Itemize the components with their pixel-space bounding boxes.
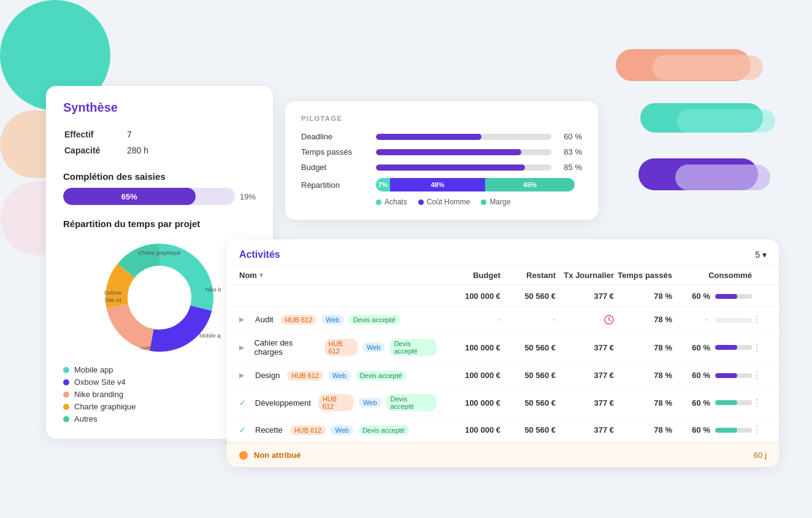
table-row: ▶ Design HUB 612 Web Devis accepté 100 0… bbox=[227, 363, 779, 388]
activities-count: 5 ▾ bbox=[755, 250, 767, 260]
effectif-label: Effectif bbox=[64, 127, 126, 142]
clock-icon bbox=[604, 315, 614, 325]
svg-text:Mobile app: Mobile app bbox=[199, 333, 221, 339]
pilotage-row-budget: Budget 85 % bbox=[301, 163, 582, 172]
warning-dot bbox=[239, 451, 248, 460]
expand-icon[interactable]: ▶ bbox=[239, 315, 249, 323]
completion-label: Complétion des saisies bbox=[63, 171, 256, 182]
svg-point-5 bbox=[129, 267, 190, 328]
completion-bar-wrap: 65% 19% bbox=[63, 188, 256, 205]
table-row: ▶ Audit HUB 612 Web Devis accepté - - 78… bbox=[227, 307, 779, 332]
check-icon: ✓ bbox=[239, 398, 249, 408]
activities-card: Activités 5 ▾ Nom ▾ Budget Restant Tx Jo… bbox=[227, 239, 779, 467]
check-icon: ✓ bbox=[239, 425, 249, 435]
svg-line-14 bbox=[609, 320, 611, 321]
pilotage-title: PILOTAGE bbox=[301, 115, 582, 122]
row-menu-button[interactable]: ⋮ bbox=[752, 342, 762, 353]
expand-icon[interactable]: ▶ bbox=[239, 371, 249, 379]
row-menu-button[interactable]: ⋮ bbox=[752, 314, 762, 325]
pilotage-repartition-row: Répartition 7% 48% 45% bbox=[301, 178, 582, 191]
non-attribue-label: Non attribué bbox=[254, 450, 301, 460]
capacite-value: 280 h bbox=[127, 143, 255, 158]
completion-bar-inner: 65% bbox=[63, 188, 196, 205]
non-attribue-row: Non attribué 60 j bbox=[227, 443, 779, 467]
svg-text:Charte graphique: Charte graphique bbox=[138, 250, 181, 256]
deco-pill-4 bbox=[677, 109, 775, 133]
table-header: Nom ▾ Budget Restant Tx Journalier Temps… bbox=[227, 266, 779, 285]
non-attribue-value: 60 j bbox=[754, 450, 767, 460]
svg-text:Nike bra…: Nike bra… bbox=[205, 287, 221, 293]
pilotage-legend: Achats Coût Homme Marge bbox=[301, 198, 582, 206]
completion-bar-secondary: 19% bbox=[240, 192, 256, 201]
capacite-label: Capacité bbox=[64, 143, 126, 158]
expand-icon[interactable]: ▶ bbox=[239, 344, 248, 352]
synthese-table: Effectif 7 Capacité 280 h bbox=[63, 126, 256, 159]
pilotage-row-deadline: Deadline 60 % bbox=[301, 132, 582, 141]
activities-title: Activités bbox=[239, 249, 280, 260]
pilotage-card: PILOTAGE Deadline 60 % Temps passés 83 %… bbox=[285, 101, 598, 220]
sort-icon[interactable]: ▾ bbox=[259, 271, 263, 279]
time-dist-title: Répartition du temps par projet bbox=[63, 218, 256, 229]
summary-row: 100 000 € 50 560 € 377 € 78 % 60 % bbox=[227, 285, 779, 307]
row-menu-button[interactable]: ⋮ bbox=[752, 398, 762, 408]
table-row: ▶ Cahier des charges HUB 612 Web Devis a… bbox=[227, 332, 779, 363]
table-row: ✓ Recette HUB 612 Web Devis accepté 100 … bbox=[227, 418, 779, 443]
repartition-bar: 7% 48% 45% bbox=[376, 178, 575, 191]
svg-text:Autres: Autres bbox=[140, 345, 157, 351]
deco-pill-6 bbox=[675, 164, 770, 190]
table-row: ✓ Développement HUB 612 Web Devis accept… bbox=[227, 388, 779, 418]
row-menu-button[interactable]: ⋮ bbox=[752, 425, 762, 435]
synthese-title: Synthèse bbox=[63, 101, 256, 115]
chevron-down-icon[interactable]: ▾ bbox=[762, 250, 767, 260]
effectif-value: 7 bbox=[127, 127, 255, 142]
svg-text:Site v4: Site v4 bbox=[104, 297, 121, 303]
svg-text:Oxbow: Oxbow bbox=[104, 290, 122, 296]
completion-bar-outer: 65% bbox=[63, 188, 235, 205]
activities-header: Activités 5 ▾ bbox=[227, 239, 779, 266]
pilotage-row-temps: Temps passés 83 % bbox=[301, 147, 582, 157]
row-menu-button[interactable]: ⋮ bbox=[752, 370, 762, 381]
deco-pill-2 bbox=[653, 55, 763, 80]
